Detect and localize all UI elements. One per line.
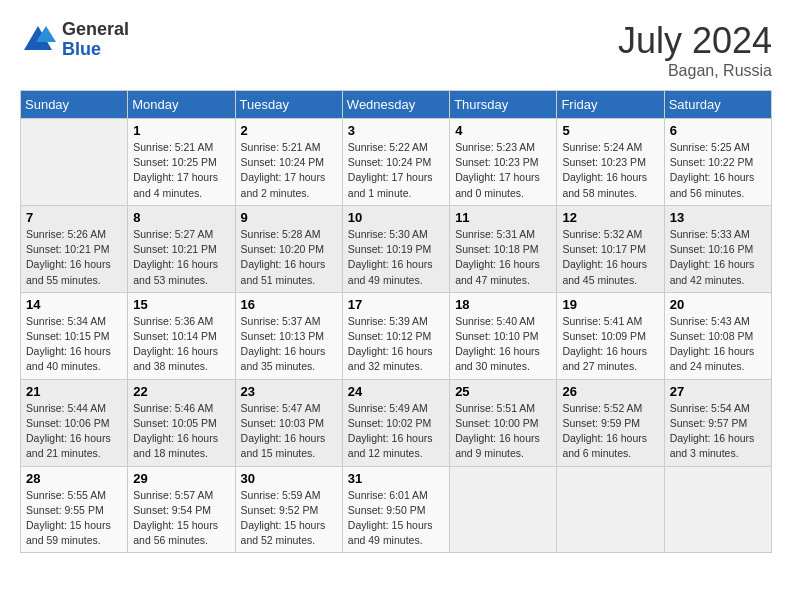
table-row: 26Sunrise: 5:52 AMSunset: 9:59 PMDayligh… bbox=[557, 379, 664, 466]
table-row: 4Sunrise: 5:23 AMSunset: 10:23 PMDayligh… bbox=[450, 119, 557, 206]
calendar-table: SundayMondayTuesdayWednesdayThursdayFrid… bbox=[20, 90, 772, 553]
weekday-header: Sunday bbox=[21, 91, 128, 119]
cell-info: Sunrise: 5:40 AMSunset: 10:10 PMDaylight… bbox=[455, 314, 551, 375]
day-number: 28 bbox=[26, 471, 122, 486]
day-number: 29 bbox=[133, 471, 229, 486]
logo-text: General Blue bbox=[62, 20, 129, 60]
title-block: July 2024 Bagan, Russia bbox=[618, 20, 772, 80]
table-row: 20Sunrise: 5:43 AMSunset: 10:08 PMDaylig… bbox=[664, 292, 771, 379]
day-number: 24 bbox=[348, 384, 444, 399]
cell-info: Sunrise: 5:28 AMSunset: 10:20 PMDaylight… bbox=[241, 227, 337, 288]
day-number: 25 bbox=[455, 384, 551, 399]
day-number: 19 bbox=[562, 297, 658, 312]
weekday-header: Saturday bbox=[664, 91, 771, 119]
day-number: 2 bbox=[241, 123, 337, 138]
day-number: 12 bbox=[562, 210, 658, 225]
day-number: 18 bbox=[455, 297, 551, 312]
cell-info: Sunrise: 5:31 AMSunset: 10:18 PMDaylight… bbox=[455, 227, 551, 288]
cell-info: Sunrise: 5:33 AMSunset: 10:16 PMDaylight… bbox=[670, 227, 766, 288]
weekday-header: Wednesday bbox=[342, 91, 449, 119]
table-row: 31Sunrise: 6:01 AMSunset: 9:50 PMDayligh… bbox=[342, 466, 449, 553]
day-number: 26 bbox=[562, 384, 658, 399]
table-row: 23Sunrise: 5:47 AMSunset: 10:03 PMDaylig… bbox=[235, 379, 342, 466]
day-number: 14 bbox=[26, 297, 122, 312]
cell-info: Sunrise: 5:30 AMSunset: 10:19 PMDaylight… bbox=[348, 227, 444, 288]
table-row: 15Sunrise: 5:36 AMSunset: 10:14 PMDaylig… bbox=[128, 292, 235, 379]
cell-info: Sunrise: 5:23 AMSunset: 10:23 PMDaylight… bbox=[455, 140, 551, 201]
day-number: 11 bbox=[455, 210, 551, 225]
cell-info: Sunrise: 5:34 AMSunset: 10:15 PMDaylight… bbox=[26, 314, 122, 375]
day-number: 9 bbox=[241, 210, 337, 225]
day-number: 4 bbox=[455, 123, 551, 138]
cell-info: Sunrise: 5:39 AMSunset: 10:12 PMDaylight… bbox=[348, 314, 444, 375]
cell-info: Sunrise: 5:22 AMSunset: 10:24 PMDaylight… bbox=[348, 140, 444, 201]
day-number: 22 bbox=[133, 384, 229, 399]
logo-icon bbox=[20, 22, 56, 58]
cell-info: Sunrise: 5:37 AMSunset: 10:13 PMDaylight… bbox=[241, 314, 337, 375]
calendar-week-row: 21Sunrise: 5:44 AMSunset: 10:06 PMDaylig… bbox=[21, 379, 772, 466]
logo-blue: Blue bbox=[62, 40, 129, 60]
day-number: 17 bbox=[348, 297, 444, 312]
cell-info: Sunrise: 5:21 AMSunset: 10:24 PMDaylight… bbox=[241, 140, 337, 201]
day-number: 13 bbox=[670, 210, 766, 225]
cell-info: Sunrise: 6:01 AMSunset: 9:50 PMDaylight:… bbox=[348, 488, 444, 549]
day-number: 8 bbox=[133, 210, 229, 225]
cell-info: Sunrise: 5:46 AMSunset: 10:05 PMDaylight… bbox=[133, 401, 229, 462]
cell-info: Sunrise: 5:44 AMSunset: 10:06 PMDaylight… bbox=[26, 401, 122, 462]
cell-info: Sunrise: 5:41 AMSunset: 10:09 PMDaylight… bbox=[562, 314, 658, 375]
table-row: 8Sunrise: 5:27 AMSunset: 10:21 PMDayligh… bbox=[128, 205, 235, 292]
table-row: 13Sunrise: 5:33 AMSunset: 10:16 PMDaylig… bbox=[664, 205, 771, 292]
day-number: 20 bbox=[670, 297, 766, 312]
cell-info: Sunrise: 5:51 AMSunset: 10:00 PMDaylight… bbox=[455, 401, 551, 462]
cell-info: Sunrise: 5:26 AMSunset: 10:21 PMDaylight… bbox=[26, 227, 122, 288]
table-row: 28Sunrise: 5:55 AMSunset: 9:55 PMDayligh… bbox=[21, 466, 128, 553]
month-year: July 2024 bbox=[618, 20, 772, 62]
table-row: 16Sunrise: 5:37 AMSunset: 10:13 PMDaylig… bbox=[235, 292, 342, 379]
calendar-week-row: 28Sunrise: 5:55 AMSunset: 9:55 PMDayligh… bbox=[21, 466, 772, 553]
cell-info: Sunrise: 5:43 AMSunset: 10:08 PMDaylight… bbox=[670, 314, 766, 375]
cell-info: Sunrise: 5:27 AMSunset: 10:21 PMDaylight… bbox=[133, 227, 229, 288]
cell-info: Sunrise: 5:47 AMSunset: 10:03 PMDaylight… bbox=[241, 401, 337, 462]
logo-general: General bbox=[62, 20, 129, 40]
weekday-header: Thursday bbox=[450, 91, 557, 119]
day-number: 27 bbox=[670, 384, 766, 399]
table-row: 27Sunrise: 5:54 AMSunset: 9:57 PMDayligh… bbox=[664, 379, 771, 466]
table-row: 6Sunrise: 5:25 AMSunset: 10:22 PMDayligh… bbox=[664, 119, 771, 206]
calendar-week-row: 7Sunrise: 5:26 AMSunset: 10:21 PMDayligh… bbox=[21, 205, 772, 292]
cell-info: Sunrise: 5:24 AMSunset: 10:23 PMDaylight… bbox=[562, 140, 658, 201]
table-row: 22Sunrise: 5:46 AMSunset: 10:05 PMDaylig… bbox=[128, 379, 235, 466]
day-number: 3 bbox=[348, 123, 444, 138]
cell-info: Sunrise: 5:25 AMSunset: 10:22 PMDaylight… bbox=[670, 140, 766, 201]
weekday-header: Monday bbox=[128, 91, 235, 119]
table-row: 18Sunrise: 5:40 AMSunset: 10:10 PMDaylig… bbox=[450, 292, 557, 379]
table-row bbox=[664, 466, 771, 553]
table-row: 17Sunrise: 5:39 AMSunset: 10:12 PMDaylig… bbox=[342, 292, 449, 379]
location: Bagan, Russia bbox=[618, 62, 772, 80]
weekday-header: Tuesday bbox=[235, 91, 342, 119]
table-row bbox=[450, 466, 557, 553]
table-row bbox=[21, 119, 128, 206]
page-header: General Blue July 2024 Bagan, Russia bbox=[20, 20, 772, 80]
table-row: 29Sunrise: 5:57 AMSunset: 9:54 PMDayligh… bbox=[128, 466, 235, 553]
table-row: 3Sunrise: 5:22 AMSunset: 10:24 PMDayligh… bbox=[342, 119, 449, 206]
cell-info: Sunrise: 5:59 AMSunset: 9:52 PMDaylight:… bbox=[241, 488, 337, 549]
cell-info: Sunrise: 5:55 AMSunset: 9:55 PMDaylight:… bbox=[26, 488, 122, 549]
table-row: 5Sunrise: 5:24 AMSunset: 10:23 PMDayligh… bbox=[557, 119, 664, 206]
day-number: 5 bbox=[562, 123, 658, 138]
table-row: 30Sunrise: 5:59 AMSunset: 9:52 PMDayligh… bbox=[235, 466, 342, 553]
table-row: 11Sunrise: 5:31 AMSunset: 10:18 PMDaylig… bbox=[450, 205, 557, 292]
cell-info: Sunrise: 5:52 AMSunset: 9:59 PMDaylight:… bbox=[562, 401, 658, 462]
cell-info: Sunrise: 5:54 AMSunset: 9:57 PMDaylight:… bbox=[670, 401, 766, 462]
day-number: 23 bbox=[241, 384, 337, 399]
table-row: 9Sunrise: 5:28 AMSunset: 10:20 PMDayligh… bbox=[235, 205, 342, 292]
weekday-header-row: SundayMondayTuesdayWednesdayThursdayFrid… bbox=[21, 91, 772, 119]
day-number: 15 bbox=[133, 297, 229, 312]
weekday-header: Friday bbox=[557, 91, 664, 119]
day-number: 16 bbox=[241, 297, 337, 312]
table-row: 19Sunrise: 5:41 AMSunset: 10:09 PMDaylig… bbox=[557, 292, 664, 379]
day-number: 31 bbox=[348, 471, 444, 486]
cell-info: Sunrise: 5:21 AMSunset: 10:25 PMDaylight… bbox=[133, 140, 229, 201]
table-row: 24Sunrise: 5:49 AMSunset: 10:02 PMDaylig… bbox=[342, 379, 449, 466]
day-number: 21 bbox=[26, 384, 122, 399]
day-number: 30 bbox=[241, 471, 337, 486]
